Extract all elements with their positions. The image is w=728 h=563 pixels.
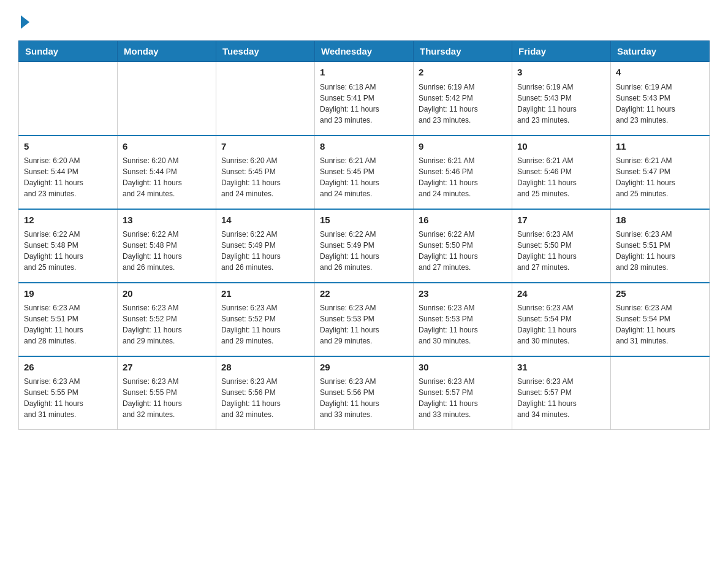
day-number: 13 [123, 213, 211, 228]
day-info: Sunrise: 6:20 AM Sunset: 5:44 PM Dayligh… [24, 155, 112, 199]
day-number: 25 [616, 287, 704, 301]
calendar-week-row: 19Sunrise: 6:23 AM Sunset: 5:51 PM Dayli… [19, 283, 710, 356]
day-info: Sunrise: 6:23 AM Sunset: 5:54 PM Dayligh… [616, 302, 704, 347]
calendar-cell: 9Sunrise: 6:21 AM Sunset: 5:46 PM Daylig… [414, 136, 512, 209]
calendar-cell: 19Sunrise: 6:23 AM Sunset: 5:51 PM Dayli… [19, 283, 118, 356]
day-info: Sunrise: 6:20 AM Sunset: 5:44 PM Dayligh… [123, 155, 211, 199]
day-info: Sunrise: 6:23 AM Sunset: 5:52 PM Dayligh… [221, 302, 309, 347]
day-info: Sunrise: 6:22 AM Sunset: 5:49 PM Dayligh… [320, 229, 408, 273]
day-number: 14 [221, 213, 309, 228]
calendar-cell [19, 62, 118, 136]
calendar-week-row: 1Sunrise: 6:18 AM Sunset: 5:41 PM Daylig… [19, 62, 710, 136]
day-info: Sunrise: 6:22 AM Sunset: 5:48 PM Dayligh… [24, 229, 112, 273]
day-number: 27 [123, 361, 211, 375]
day-number: 6 [123, 140, 211, 154]
calendar-cell: 1Sunrise: 6:18 AM Sunset: 5:41 PM Daylig… [315, 62, 414, 136]
day-number: 19 [24, 287, 112, 301]
day-info: Sunrise: 6:19 AM Sunset: 5:42 PM Dayligh… [419, 82, 507, 126]
day-info: Sunrise: 6:21 AM Sunset: 5:46 PM Dayligh… [517, 155, 605, 199]
day-number: 21 [221, 287, 309, 301]
calendar-week-row: 5Sunrise: 6:20 AM Sunset: 5:44 PM Daylig… [19, 136, 710, 209]
logo-general-text [18, 12, 29, 29]
day-info: Sunrise: 6:19 AM Sunset: 5:43 PM Dayligh… [517, 82, 605, 126]
calendar-week-row: 26Sunrise: 6:23 AM Sunset: 5:55 PM Dayli… [19, 356, 710, 430]
header-sunday: Sunday [19, 41, 118, 62]
day-number: 26 [24, 361, 112, 375]
calendar-cell: 24Sunrise: 6:23 AM Sunset: 5:54 PM Dayli… [512, 283, 611, 356]
calendar-cell: 3Sunrise: 6:19 AM Sunset: 5:43 PM Daylig… [512, 62, 611, 136]
calendar-cell: 10Sunrise: 6:21 AM Sunset: 5:46 PM Dayli… [512, 136, 611, 209]
day-number: 11 [616, 140, 704, 154]
day-info: Sunrise: 6:22 AM Sunset: 5:48 PM Dayligh… [123, 229, 211, 273]
day-number: 31 [517, 361, 605, 375]
day-info: Sunrise: 6:21 AM Sunset: 5:47 PM Dayligh… [616, 155, 704, 199]
header-thursday: Thursday [414, 41, 512, 62]
day-number: 23 [419, 287, 507, 301]
page-header [18, 12, 710, 29]
day-number: 16 [419, 213, 507, 228]
day-number: 28 [221, 361, 309, 375]
calendar-cell: 17Sunrise: 6:23 AM Sunset: 5:50 PM Dayli… [512, 209, 611, 283]
day-number: 18 [616, 213, 704, 228]
day-info: Sunrise: 6:23 AM Sunset: 5:53 PM Dayligh… [419, 302, 507, 347]
calendar-cell [611, 356, 710, 430]
calendar-cell: 11Sunrise: 6:21 AM Sunset: 5:47 PM Dayli… [611, 136, 710, 209]
calendar-cell: 29Sunrise: 6:23 AM Sunset: 5:56 PM Dayli… [315, 356, 414, 430]
day-info: Sunrise: 6:23 AM Sunset: 5:56 PM Dayligh… [221, 376, 309, 420]
calendar-cell: 16Sunrise: 6:22 AM Sunset: 5:50 PM Dayli… [414, 209, 512, 283]
day-info: Sunrise: 6:18 AM Sunset: 5:41 PM Dayligh… [320, 82, 408, 126]
calendar-cell: 13Sunrise: 6:22 AM Sunset: 5:48 PM Dayli… [118, 209, 216, 283]
day-info: Sunrise: 6:23 AM Sunset: 5:56 PM Dayligh… [320, 376, 408, 420]
header-friday: Friday [512, 41, 611, 62]
calendar-cell: 27Sunrise: 6:23 AM Sunset: 5:55 PM Dayli… [118, 356, 216, 430]
day-info: Sunrise: 6:23 AM Sunset: 5:50 PM Dayligh… [517, 229, 605, 273]
day-info: Sunrise: 6:23 AM Sunset: 5:51 PM Dayligh… [24, 302, 112, 347]
calendar-cell: 26Sunrise: 6:23 AM Sunset: 5:55 PM Dayli… [19, 356, 118, 430]
calendar-cell: 28Sunrise: 6:23 AM Sunset: 5:56 PM Dayli… [216, 356, 315, 430]
day-info: Sunrise: 6:23 AM Sunset: 5:55 PM Dayligh… [24, 376, 112, 420]
calendar-table: SundayMondayTuesdayWednesdayThursdayFrid… [18, 40, 710, 430]
day-info: Sunrise: 6:21 AM Sunset: 5:46 PM Dayligh… [419, 155, 507, 199]
day-number: 10 [517, 140, 605, 154]
day-number: 3 [517, 66, 605, 80]
day-info: Sunrise: 6:23 AM Sunset: 5:51 PM Dayligh… [616, 229, 704, 273]
day-info: Sunrise: 6:23 AM Sunset: 5:57 PM Dayligh… [419, 376, 507, 420]
calendar-cell: 15Sunrise: 6:22 AM Sunset: 5:49 PM Dayli… [315, 209, 414, 283]
day-number: 7 [221, 140, 309, 154]
day-info: Sunrise: 6:22 AM Sunset: 5:50 PM Dayligh… [419, 229, 507, 273]
header-saturday: Saturday [611, 41, 710, 62]
day-number: 4 [616, 66, 704, 80]
day-number: 5 [24, 140, 112, 154]
calendar-cell: 2Sunrise: 6:19 AM Sunset: 5:42 PM Daylig… [414, 62, 512, 136]
day-number: 22 [320, 287, 408, 301]
calendar-cell [216, 62, 315, 136]
calendar-cell: 20Sunrise: 6:23 AM Sunset: 5:52 PM Dayli… [118, 283, 216, 356]
calendar-cell: 31Sunrise: 6:23 AM Sunset: 5:57 PM Dayli… [512, 356, 611, 430]
day-number: 24 [517, 287, 605, 301]
day-info: Sunrise: 6:21 AM Sunset: 5:45 PM Dayligh… [320, 155, 408, 199]
day-number: 20 [123, 287, 211, 301]
calendar-week-row: 12Sunrise: 6:22 AM Sunset: 5:48 PM Dayli… [19, 209, 710, 283]
day-number: 8 [320, 140, 408, 154]
day-info: Sunrise: 6:23 AM Sunset: 5:52 PM Dayligh… [123, 302, 211, 347]
header-tuesday: Tuesday [216, 41, 315, 62]
day-info: Sunrise: 6:23 AM Sunset: 5:57 PM Dayligh… [517, 376, 605, 420]
day-info: Sunrise: 6:23 AM Sunset: 5:55 PM Dayligh… [123, 376, 211, 420]
calendar-cell: 8Sunrise: 6:21 AM Sunset: 5:45 PM Daylig… [315, 136, 414, 209]
day-number: 15 [320, 213, 408, 228]
day-number: 29 [320, 361, 408, 375]
calendar-cell: 18Sunrise: 6:23 AM Sunset: 5:51 PM Dayli… [611, 209, 710, 283]
calendar-header-row: SundayMondayTuesdayWednesdayThursdayFrid… [19, 41, 710, 62]
logo [18, 12, 29, 29]
day-number: 2 [419, 66, 507, 80]
day-info: Sunrise: 6:23 AM Sunset: 5:54 PM Dayligh… [517, 302, 605, 347]
day-number: 9 [419, 140, 507, 154]
calendar-cell: 14Sunrise: 6:22 AM Sunset: 5:49 PM Dayli… [216, 209, 315, 283]
calendar-cell: 25Sunrise: 6:23 AM Sunset: 5:54 PM Dayli… [611, 283, 710, 356]
day-number: 30 [419, 361, 507, 375]
day-info: Sunrise: 6:23 AM Sunset: 5:53 PM Dayligh… [320, 302, 408, 347]
header-wednesday: Wednesday [315, 41, 414, 62]
header-monday: Monday [118, 41, 216, 62]
day-info: Sunrise: 6:19 AM Sunset: 5:43 PM Dayligh… [616, 82, 704, 126]
calendar-cell: 21Sunrise: 6:23 AM Sunset: 5:52 PM Dayli… [216, 283, 315, 356]
